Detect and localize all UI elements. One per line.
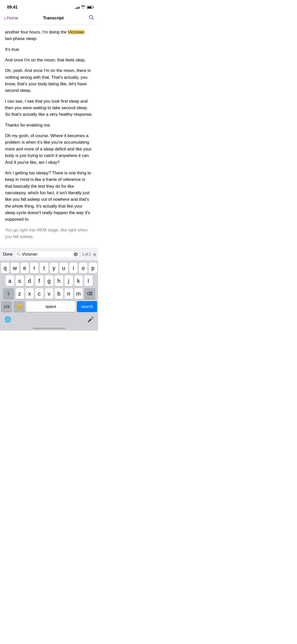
svg-line-3	[19, 255, 20, 256]
keyboard-row-1: q w e r t y u i o p	[0, 261, 98, 273]
status-icons	[75, 5, 93, 9]
key-t[interactable]: t	[40, 263, 48, 273]
find-nav-buttons: ∧ ∨	[93, 251, 98, 257]
key-globe[interactable]: 🌐	[2, 314, 13, 325]
find-search-icon	[17, 252, 20, 257]
key-d[interactable]: d	[25, 275, 34, 286]
key-r[interactable]: r	[30, 263, 38, 273]
find-prev-button[interactable]: ∧	[93, 251, 97, 257]
key-search[interactable]: search	[77, 301, 97, 312]
find-bar: Done × 1 of 2 ∧ ∨	[0, 248, 98, 261]
key-123[interactable]: 123	[1, 301, 12, 312]
keyboard: q w e r t y u i o p a s d f g h j k l ⇧ …	[0, 261, 98, 331]
key-backspace[interactable]: ⌫	[84, 288, 95, 299]
key-x[interactable]: x	[25, 288, 34, 299]
wifi-icon	[81, 5, 85, 9]
key-a[interactable]: a	[6, 275, 14, 286]
key-f[interactable]: f	[35, 275, 44, 286]
key-space[interactable]: space	[26, 301, 75, 312]
key-i[interactable]: i	[69, 263, 78, 273]
keyboard-row-4: 123 😊 space search	[0, 299, 98, 313]
key-l[interactable]: l	[84, 275, 93, 286]
svg-line-1	[92, 18, 94, 20]
transcript-content: another four hours. I'm doing the Victor…	[0, 25, 98, 248]
nav-bar: ‹ Home Transcript	[0, 13, 98, 25]
keyboard-bottom-area	[0, 326, 98, 331]
paragraph-7: Am I getting too sleepy? There is one th…	[5, 170, 93, 223]
paragraph-8: You go right into REM stage, like right …	[5, 227, 93, 240]
key-g[interactable]: g	[45, 275, 53, 286]
back-button[interactable]: ‹ Home	[4, 16, 18, 21]
paragraph-3: Oh, yeah. And once I'm on the moon, ther…	[5, 67, 93, 94]
paragraph-6: Oh my gosh, of course. Where it becomes …	[5, 133, 93, 166]
key-y[interactable]: y	[50, 263, 58, 273]
key-s[interactable]: s	[16, 275, 24, 286]
chevron-left-icon: ‹	[4, 16, 6, 21]
key-z[interactable]: z	[16, 288, 24, 299]
paragraph-5: Thanks for enabling me.	[5, 122, 93, 129]
status-time: 09:41	[7, 5, 18, 10]
key-w[interactable]: w	[11, 263, 19, 273]
paragraph-1: It's true.	[5, 46, 93, 53]
key-m[interactable]: m	[74, 288, 83, 299]
keyboard-row-3: ⇧ z x c v b n m ⌫	[0, 286, 98, 299]
key-b[interactable]: b	[55, 288, 63, 299]
key-u[interactable]: u	[60, 263, 68, 273]
search-button[interactable]	[89, 15, 94, 22]
key-v[interactable]: v	[45, 288, 53, 299]
paragraph-0: another four hours. I'm doing the Victor…	[5, 29, 93, 42]
key-n[interactable]: n	[65, 288, 73, 299]
key-mic[interactable]: 🎤	[85, 314, 96, 325]
key-k[interactable]: k	[74, 275, 83, 286]
paragraph-4: I can see, I see that you took first sle…	[5, 98, 93, 118]
key-o[interactable]: o	[79, 263, 87, 273]
highlight-victorian: Victorian	[68, 30, 84, 34]
key-h[interactable]: h	[55, 275, 63, 286]
keyboard-accessories-row: 🌐 🎤	[0, 313, 98, 326]
find-input-wrapper: ×	[15, 251, 80, 258]
keyboard-row-2: a s d f g h j k l	[0, 273, 98, 286]
find-input-field[interactable]	[22, 252, 72, 257]
back-label: Home	[7, 16, 18, 21]
find-count: 1 of 2	[82, 252, 91, 256]
key-c[interactable]: c	[35, 288, 44, 299]
paragraph-2: And once I'm on the moon, that feels oka…	[5, 57, 93, 63]
key-shift[interactable]: ⇧	[3, 288, 14, 299]
key-j[interactable]: j	[65, 275, 73, 286]
status-bar: 09:41	[0, 0, 98, 13]
key-p[interactable]: p	[89, 263, 97, 273]
key-q[interactable]: q	[1, 263, 9, 273]
signal-bars-icon	[75, 6, 79, 9]
find-done-button[interactable]: Done	[3, 252, 13, 257]
page-title: Transcript	[43, 16, 64, 21]
battery-icon	[87, 6, 93, 9]
find-clear-button[interactable]: ×	[74, 252, 78, 256]
home-indicator	[33, 328, 65, 329]
key-emoji[interactable]: 😊	[14, 301, 25, 312]
key-e[interactable]: e	[21, 263, 29, 273]
